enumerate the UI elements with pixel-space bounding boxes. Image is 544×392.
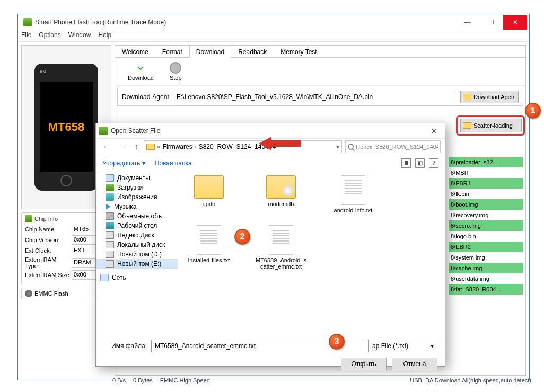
- partition-row[interactable]: 8\cache.img: [449, 263, 523, 273]
- download-toolbar: Download Stop: [115, 58, 525, 86]
- sidebar-network[interactable]: Сеть: [96, 273, 178, 282]
- crumb-parent[interactable]: Firmwares: [163, 143, 192, 150]
- callout-1: 1: [525, 103, 541, 119]
- agent-path[interactable]: E:\Lenovo S820\SP_Flash_Tool_v5.1628_Win…: [174, 92, 457, 102]
- nav-forward-button[interactable]: →: [116, 142, 129, 152]
- drive-icon: [106, 251, 114, 258]
- tab-format[interactable]: Format: [155, 46, 189, 58]
- stop-button[interactable]: Stop: [170, 62, 182, 81]
- sidebar-images[interactable]: Изображения: [96, 192, 178, 202]
- file-icon: [341, 175, 365, 205]
- partition-row[interactable]: 8\system.img: [449, 252, 523, 263]
- folder-icon: [463, 94, 471, 100]
- desktop-icon: [106, 222, 114, 229]
- dialog-icon: [99, 127, 108, 135]
- status-bar: 0 B/s 0 Bytes EMMC High Speed USB: DA Do…: [112, 377, 531, 384]
- file-area[interactable]: apdb modemdb android-info.txt installed-…: [178, 171, 445, 335]
- partition-row[interactable]: 8\boot.img: [449, 199, 523, 210]
- folder-apdb[interactable]: apdb: [182, 175, 235, 213]
- open-button[interactable]: Открыть: [341, 358, 387, 370]
- open-file-dialog: Open Scatter File ✕ ← → ↑ « Firmwares › …: [95, 123, 445, 367]
- menu-options[interactable]: Options: [39, 31, 60, 40]
- help-button[interactable]: ?: [429, 158, 438, 168]
- dialog-close-button[interactable]: ✕: [426, 126, 442, 136]
- menu-help[interactable]: Help: [98, 31, 111, 40]
- partition-row[interactable]: 8\userdata.img: [449, 273, 523, 284]
- partition-row[interactable]: 8\preloader_s82...: [449, 157, 523, 167]
- file-scatter[interactable]: MT6589_Android_scatter_emmc.txt: [255, 225, 308, 270]
- file-icon: [269, 225, 293, 255]
- close-button[interactable]: ✕: [503, 15, 527, 30]
- menu-window[interactable]: Window: [68, 31, 91, 40]
- search-box[interactable]: Поиск: S820_ROW_S124_140404: [345, 140, 441, 153]
- tab-readback[interactable]: Readback: [231, 46, 274, 58]
- callout-2: 2: [234, 229, 250, 245]
- preview-pane-button[interactable]: ◧: [415, 158, 425, 168]
- tab-welcome[interactable]: Welcome: [115, 46, 155, 58]
- yandex-disk-icon: [106, 231, 114, 239]
- new-folder-button[interactable]: Новая папка: [155, 159, 192, 167]
- menu-file[interactable]: File: [21, 31, 31, 40]
- partition-row[interactable]: 8\MBR: [449, 167, 523, 178]
- folder-icon: [146, 144, 155, 150]
- svg-marker-0: [259, 137, 301, 150]
- sidebar-yandex[interactable]: Яндекс.Диск: [96, 230, 178, 240]
- nav-back-button[interactable]: ←: [100, 142, 113, 152]
- partition-row[interactable]: 8\fat_S820_R004...: [449, 284, 523, 295]
- partition-row[interactable]: 8\secro.img: [449, 220, 523, 231]
- folder-modemdb[interactable]: modemdb: [255, 175, 308, 213]
- cancel-button[interactable]: Отмена: [392, 358, 437, 370]
- file-android-info[interactable]: android-info.txt: [327, 175, 380, 213]
- dialog-sidebar: Документы Загрузки Изображения Музыка Об…: [96, 171, 178, 335]
- search-icon: [348, 144, 354, 150]
- file-installed-files[interactable]: installed-files.txt: [182, 225, 235, 270]
- sidebar-local-c[interactable]: Локальный диск: [96, 240, 178, 250]
- menubar: File Options Window Help: [18, 30, 529, 42]
- documents-icon: [106, 174, 114, 182]
- folder-icon: [266, 175, 296, 199]
- scatter-loading-button[interactable]: Scatter-loading: [460, 119, 522, 132]
- folder-icon: [194, 175, 224, 199]
- partition-row[interactable]: 8\lk.bin: [449, 189, 523, 199]
- drive-icon: [106, 241, 114, 248]
- red-arrow-icon: [259, 136, 301, 154]
- nav-up-button[interactable]: ↑: [132, 142, 141, 152]
- sidebar-drive-e[interactable]: Новый том (E:): [96, 259, 178, 269]
- sidebar-desktop[interactable]: Рабочий стол: [96, 221, 178, 230]
- partition-row[interactable]: 8\recovery.img: [449, 210, 523, 220]
- sidebar-music[interactable]: Музыка: [96, 202, 178, 211]
- maximize-button[interactable]: ☐: [479, 15, 503, 30]
- phone-screen: MT658: [40, 82, 93, 172]
- partition-list: 8\preloader_s82... 8\MBR 8\EBR1 8\lk.bin…: [449, 157, 523, 295]
- images-icon: [106, 193, 114, 201]
- partition-row[interactable]: 8\EBR2: [449, 242, 523, 252]
- phone-frame: BM MT658: [34, 64, 98, 191]
- filetype-dropdown[interactable]: ap File (*.txt)▾: [368, 340, 437, 352]
- download-button[interactable]: Download: [128, 62, 154, 81]
- download-agent-row: Download-Agent E:\Lenovo S820\SP_Flash_T…: [117, 88, 523, 106]
- sidebar-downloads[interactable]: Загрузки: [96, 183, 178, 192]
- dialog-toolbar: Упорядочить ▾ Новая папка ≣ ◧ ?: [96, 155, 445, 171]
- phone-brand: BM: [40, 69, 46, 74]
- sidebar-documents[interactable]: Документы: [96, 173, 178, 183]
- dialog-title: Open Scatter File: [111, 127, 160, 135]
- window-title: Smart Phone Flash Tool(Runtime Trace Mod…: [35, 19, 455, 26]
- titlebar: Smart Phone Flash Tool(Runtime Trace Mod…: [18, 14, 529, 30]
- app-icon: [23, 18, 32, 26]
- tabs: Welcome Format Download Readback Memory …: [115, 46, 525, 58]
- minimize-button[interactable]: —: [455, 15, 479, 30]
- file-icon: [197, 225, 221, 255]
- tab-memorytest[interactable]: Memory Test: [274, 46, 323, 58]
- sidebar-3d[interactable]: Объемные объ: [96, 211, 178, 221]
- download-agent-button[interactable]: Download Agen: [460, 91, 519, 103]
- crumb-dropdown-icon[interactable]: ▾: [336, 143, 339, 150]
- chip-icon: [25, 215, 32, 222]
- organize-button[interactable]: Упорядочить ▾: [102, 159, 145, 167]
- breadcrumb-box[interactable]: « Firmwares › S820_ROW_S124_140404 ▾: [144, 140, 342, 153]
- sidebar-drive-d[interactable]: Новый том (D:): [96, 250, 178, 259]
- view-mode-button[interactable]: ≣: [401, 158, 411, 168]
- stop-icon: [170, 62, 181, 74]
- partition-row[interactable]: 8\EBR1: [449, 178, 523, 189]
- partition-row[interactable]: 8\logo.bin: [449, 231, 523, 242]
- tab-download[interactable]: Download: [189, 46, 231, 58]
